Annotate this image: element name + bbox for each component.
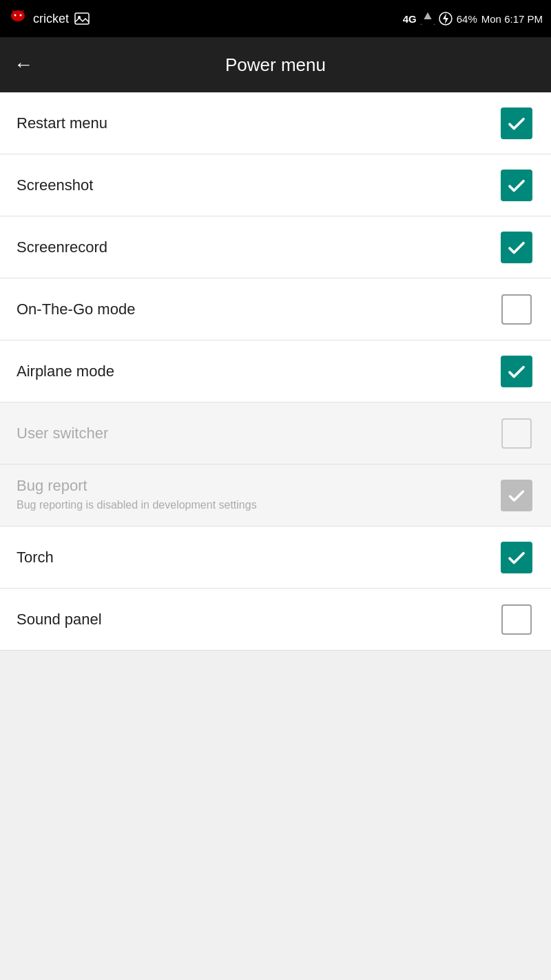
- checkbox-unchecked: [501, 604, 532, 635]
- network-type: 4G: [403, 13, 417, 25]
- android-icon: [8, 10, 28, 27]
- svg-rect-5: [75, 13, 89, 24]
- checkbox-on-the-go-mode[interactable]: [499, 292, 534, 327]
- checkbox-checked: [501, 170, 532, 201]
- settings-item-airplane-mode[interactable]: Airplane mode: [0, 340, 551, 402]
- settings-item-bug-report[interactable]: Bug reportBug reporting is disabled in d…: [0, 465, 551, 527]
- status-bar-right: 4G 64% Mon 6:17 PM: [403, 12, 543, 25]
- signal-icon: [421, 12, 435, 25]
- status-bar-left: cricket: [8, 10, 90, 27]
- checkbox-checked-disabled: [501, 480, 532, 511]
- item-label-torch: Torch: [17, 549, 54, 566]
- notification-icon: [74, 12, 90, 25]
- item-label-user-switcher: User switcher: [17, 425, 108, 442]
- checkbox-torch[interactable]: [499, 540, 534, 575]
- checkbox-unchecked-disabled: [501, 418, 532, 449]
- settings-item-on-the-go-mode[interactable]: On-The-Go mode: [0, 278, 551, 340]
- checkbox-checked: [501, 232, 532, 263]
- checkbox-checked: [501, 542, 532, 573]
- page-title: Power menu: [50, 54, 501, 76]
- settings-item-sound-panel[interactable]: Sound panel: [0, 589, 551, 651]
- carrier-name: cricket: [33, 12, 69, 26]
- settings-list: Restart menu Screenshot Screenrecord On-…: [0, 92, 551, 651]
- time: Mon 6:17 PM: [481, 13, 543, 25]
- svg-point-1: [14, 14, 17, 17]
- svg-point-2: [20, 14, 22, 17]
- checkbox-unchecked: [501, 294, 532, 325]
- settings-item-user-switcher[interactable]: User switcher: [0, 402, 551, 465]
- svg-line-4: [22, 10, 23, 12]
- svg-rect-9: [422, 19, 434, 25]
- back-button[interactable]: ←: [14, 54, 33, 76]
- item-label-screenrecord: Screenrecord: [17, 238, 107, 256]
- svg-marker-11: [443, 13, 448, 24]
- toolbar: ← Power menu: [0, 37, 551, 92]
- checkbox-checked: [501, 356, 532, 387]
- checkbox-bug-report[interactable]: [499, 478, 534, 513]
- settings-item-screenshot[interactable]: Screenshot: [0, 154, 551, 216]
- battery-charging-icon: [439, 12, 453, 25]
- settings-item-torch[interactable]: Torch: [0, 527, 551, 589]
- item-label-restart-menu: Restart menu: [17, 114, 107, 132]
- checkbox-airplane-mode[interactable]: [499, 354, 534, 389]
- checkbox-screenrecord[interactable]: [499, 229, 534, 265]
- checkbox-checked: [501, 108, 532, 139]
- item-label-airplane-mode: Airplane mode: [17, 363, 114, 380]
- battery-level: 64%: [457, 13, 477, 25]
- item-sublabel-bug-report: Bug reporting is disabled in development…: [17, 498, 257, 513]
- checkbox-restart-menu[interactable]: [499, 105, 534, 141]
- checkbox-user-switcher[interactable]: [499, 416, 534, 451]
- item-label-screenshot: Screenshot: [17, 176, 93, 194]
- svg-point-0: [11, 10, 25, 21]
- item-label-bug-report: Bug report: [17, 477, 257, 495]
- svg-line-3: [12, 10, 14, 12]
- checkbox-sound-panel[interactable]: [499, 602, 534, 637]
- item-label-on-the-go-mode: On-The-Go mode: [17, 300, 135, 318]
- settings-item-restart-menu[interactable]: Restart menu: [0, 92, 551, 154]
- settings-item-screenrecord[interactable]: Screenrecord: [0, 216, 551, 278]
- status-bar: cricket 4G 64% Mon 6:17 PM: [0, 0, 551, 37]
- item-label-sound-panel: Sound panel: [17, 611, 102, 629]
- checkbox-screenshot[interactable]: [499, 167, 534, 203]
